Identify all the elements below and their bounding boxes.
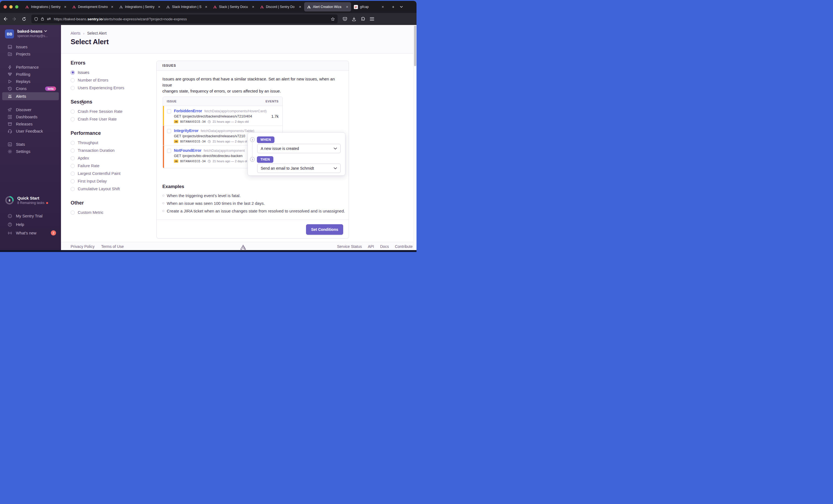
scrollbar-thumb[interactable] <box>414 26 416 66</box>
sidebar-item-stats[interactable]: Stats <box>2 141 59 148</box>
alert-option-radio[interactable]: Number of Errors <box>71 76 147 84</box>
alert-option-radio[interactable]: Largest Contentful Paint <box>71 170 147 177</box>
sidebar-item-releases[interactable]: Releases <box>2 121 59 128</box>
window-close-button[interactable] <box>4 5 7 8</box>
tracking-shield-icon[interactable] <box>34 17 38 21</box>
sidebar-item-whats-new[interactable]: What's new 2 <box>2 229 59 237</box>
tab-discord-docs[interactable]: Discord | Sentry Do ✕ <box>257 2 304 11</box>
tab-close-icon[interactable]: ✕ <box>64 5 67 9</box>
sidebar-item-profiling[interactable]: Profiling <box>2 71 59 78</box>
footer-link[interactable]: Service Status <box>337 244 362 249</box>
tab-integrations-2[interactable]: Integrations | Sentry ✕ <box>116 2 163 11</box>
sidebar-item-discover[interactable]: Discover <box>2 106 59 114</box>
alert-option-radio[interactable]: Crash Free Session Rate <box>71 108 147 115</box>
alert-option-radio[interactable]: Apdex <box>71 154 147 162</box>
pocket-icon[interactable] <box>342 17 347 21</box>
sidebar-item-dashboards[interactable]: Dashboards <box>2 114 59 121</box>
sidebar-item-performance[interactable]: Performance <box>2 64 59 71</box>
radio-icon[interactable] <box>71 86 75 90</box>
footer-link[interactable]: Terms of Use <box>101 244 124 249</box>
sidebar-item-crons[interactable]: Crons beta <box>2 85 59 92</box>
alert-option-radio[interactable]: Crash Free User Rate <box>71 115 147 123</box>
radio-icon[interactable] <box>71 187 75 191</box>
window-zoom-button[interactable] <box>15 5 18 8</box>
sidebar-item-settings[interactable]: Settings <box>2 148 59 155</box>
new-tab-button[interactable]: + <box>389 3 397 11</box>
tab-slack-integration[interactable]: Slack Integration | S ✕ <box>163 2 210 11</box>
then-action-select[interactable]: Send an email to Jane Schmidt <box>257 163 341 173</box>
footer-link[interactable]: Contribute <box>395 244 413 249</box>
tab-integrations-1[interactable]: Integrations | Sentry ✕ <box>22 2 69 11</box>
menu-icon[interactable] <box>370 17 374 21</box>
list-tabs-icon[interactable] <box>397 3 405 11</box>
radio-icon[interactable] <box>71 141 75 145</box>
quick-start[interactable]: 8 Quick Start 8 Remaining tasks <box>0 196 53 205</box>
tab-gifcap[interactable]: gc gifcap ✕ <box>351 2 387 11</box>
alert-option-radio[interactable]: First Input Delay <box>71 177 147 185</box>
lock-icon[interactable] <box>41 17 44 21</box>
radio-icon[interactable] <box>71 164 75 168</box>
extensions-icon[interactable] <box>361 17 365 21</box>
issue-name-link[interactable]: ForbiddenError <box>174 109 202 113</box>
tab-development-environment[interactable]: Development Enviro ✕ <box>69 2 116 11</box>
alert-option-radio[interactable]: Throughput <box>71 139 147 147</box>
issue-name-link[interactable]: IntegrityError <box>174 128 198 133</box>
bookmark-star-icon[interactable] <box>331 17 335 21</box>
reload-icon[interactable] <box>20 15 28 23</box>
row-checkbox[interactable] <box>167 129 171 133</box>
window-minimize-button[interactable] <box>9 5 13 8</box>
alert-option-radio[interactable]: Users Experiencing Errors <box>71 84 147 92</box>
alert-option-radio[interactable]: Failure Rate <box>71 162 147 170</box>
permissions-icon[interactable] <box>47 17 51 21</box>
issue-name-link[interactable]: NotFoundError <box>174 148 201 153</box>
alert-option-radio[interactable]: Cumulative Layout Shift <box>71 185 147 193</box>
footer-link[interactable]: Privacy Policy <box>71 244 95 249</box>
radio-icon[interactable] <box>71 179 75 183</box>
sidebar-item-alerts[interactable]: Alerts <box>2 92 59 100</box>
sidebar-item-help[interactable]: Help <box>2 220 59 229</box>
radio-icon[interactable] <box>71 71 75 75</box>
tab-close-icon[interactable]: ✕ <box>299 5 302 9</box>
alert-option-radio[interactable]: Transaction Duration <box>71 147 147 154</box>
sidebar-item-my-sentry-trial[interactable]: My Sentry Trial <box>2 212 59 220</box>
row-checkbox[interactable] <box>167 149 171 153</box>
footer-link[interactable]: API <box>368 244 374 249</box>
sidebar-item-label: Dashboards <box>16 115 38 119</box>
url-text[interactable]: https://baked-beans.sentry.io/alerts/nod… <box>54 17 329 21</box>
radio-icon[interactable] <box>71 210 75 215</box>
alert-option-label: Crash Free Session Rate <box>78 109 122 114</box>
sidebar-item-user-feedback[interactable]: User Feedback <box>2 128 59 135</box>
radio-icon[interactable] <box>71 109 75 114</box>
sidebar-item-replays[interactable]: Replays <box>2 78 59 85</box>
when-condition-select[interactable]: A new issue is created <box>257 144 341 153</box>
tab-close-icon[interactable]: ✕ <box>346 5 349 9</box>
alert-option-radio[interactable]: Custom Metric <box>71 209 147 216</box>
footer-link[interactable]: Docs <box>380 244 389 249</box>
tab-close-icon[interactable]: ✕ <box>252 5 255 9</box>
sidebar-item-label: Help <box>16 222 24 227</box>
url-bar[interactable]: https://baked-beans.sentry.io/alerts/nod… <box>31 15 338 23</box>
set-conditions-button[interactable]: Set Conditions <box>306 224 343 235</box>
row-checkbox[interactable] <box>167 109 171 114</box>
alert-option-radio[interactable]: Issues <box>71 69 147 76</box>
tab-slack-docs[interactable]: Slack | Sentry Docu ✕ <box>210 2 257 11</box>
radio-icon[interactable] <box>71 117 75 121</box>
breadcrumb-alerts-link[interactable]: Alerts <box>71 31 80 35</box>
radio-icon[interactable] <box>71 78 75 82</box>
downloads-icon[interactable] <box>352 17 356 21</box>
sidebar-item-projects[interactable]: Projects <box>2 51 59 58</box>
radio-icon[interactable] <box>71 149 75 153</box>
radio-icon[interactable] <box>71 156 75 160</box>
tab-alert-creation-wizard[interactable]: Alert Creation Wiza ✕ <box>304 2 351 11</box>
radio-icon[interactable] <box>71 172 75 176</box>
sidebar-item-issues[interactable]: Issues <box>2 43 59 51</box>
back-icon[interactable] <box>1 15 9 23</box>
tab-close-icon[interactable]: ✕ <box>158 5 161 9</box>
tab-close-icon[interactable]: ✕ <box>111 5 114 9</box>
tab-close-icon[interactable]: ✕ <box>381 5 385 9</box>
tab-close-icon[interactable]: ✕ <box>205 5 208 9</box>
forward-icon[interactable] <box>10 15 19 23</box>
org-switcher[interactable]: BB baked-beans spencer.murray@s... <box>0 25 61 39</box>
tab-title: Integrations | Sentry <box>31 5 62 9</box>
scrollbar-track[interactable] <box>413 25 416 250</box>
